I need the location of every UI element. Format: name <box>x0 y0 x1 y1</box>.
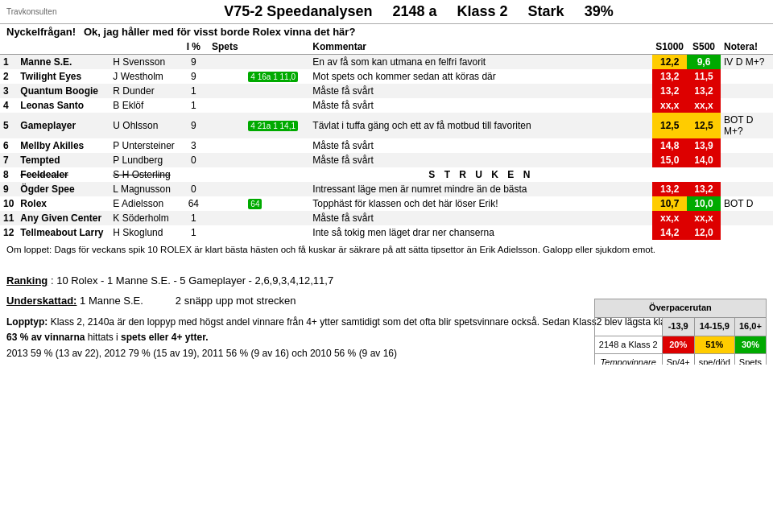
horse-name: Feeldealer <box>17 167 110 182</box>
horse-name: Quantum Boogie <box>17 84 110 98</box>
horse-ipct: 64 <box>182 196 205 211</box>
ranking-section: Ranking : 10 Rolex - 1 Manne S.E. - 5 Ga… <box>0 260 773 291</box>
horse-notera <box>721 167 773 182</box>
horse-ipct <box>182 167 205 182</box>
horse-s500: xx,x <box>687 98 721 113</box>
horse-jockey: U Ohlsson <box>110 113 182 138</box>
stats-col3: 16,0+ <box>734 318 766 336</box>
horse-badge <box>245 138 309 153</box>
horse-jockey: L Magnusson <box>110 182 182 196</box>
lopptyp-years: 2013 59 % (13 av 22), 2012 79 % (15 av 1… <box>6 348 397 359</box>
horse-badge <box>245 211 309 225</box>
col-header-jockey <box>110 39 182 55</box>
horse-comment: Intressant läge men är numret mindre än … <box>309 182 652 196</box>
horse-s500: xx,x <box>687 211 721 225</box>
stats-race: 2148 a Klass 2 <box>594 336 662 354</box>
ranking-label: Ranking <box>6 274 48 287</box>
horse-badge <box>245 167 309 182</box>
horse-badge: 64 <box>245 196 309 211</box>
horse-ipct: 0 <box>182 153 205 167</box>
stats-sp3: Spets <box>734 354 766 365</box>
horse-notera <box>721 98 773 113</box>
horse-s1000 <box>652 167 687 182</box>
table-row: 8 Feeldealer S H Osterling S T R U K E N <box>0 167 773 182</box>
horse-comment: Måste få svårt <box>309 211 652 225</box>
stats-pct1: 20% <box>662 336 694 354</box>
horse-spets <box>205 69 245 84</box>
horse-s500 <box>687 167 721 182</box>
stats-sp1: Sp/4+ <box>662 354 694 365</box>
horse-badge <box>245 55 309 70</box>
horse-name: Mellby Akilles <box>17 138 110 153</box>
horse-ipct: 0 <box>182 182 205 196</box>
horse-num: 4 <box>0 98 17 113</box>
horse-name: Ögder Spee <box>17 182 110 196</box>
horse-name: Rolex <box>17 196 110 211</box>
horse-spets <box>205 211 245 225</box>
header-top: Travkonsulten V75-2 Speedanalysen 2148 a… <box>0 0 773 24</box>
horse-notera <box>721 138 773 153</box>
horse-name: Tellmeabout Larry <box>17 225 110 240</box>
stats-pct2: 51% <box>694 336 734 354</box>
horse-notera: BOT D <box>721 196 773 211</box>
horse-spets <box>205 98 245 113</box>
horse-notera: IV D M+? <box>721 55 773 70</box>
horse-notera <box>721 225 773 240</box>
horse-comment: En av få som kan utmana en felfri favori… <box>309 55 652 70</box>
horse-ipct: 1 <box>182 211 205 225</box>
horse-name: Twilight Eyes <box>17 69 110 84</box>
horse-jockey: K Söderholm <box>110 211 182 225</box>
horse-s500: 12,5 <box>687 113 721 138</box>
om-loppet: Om loppet: Dags för veckans spik 10 ROLE… <box>0 240 773 260</box>
table-row: 3 Quantum Boogie R Dunder 1 Måste få svå… <box>0 84 773 98</box>
horse-jockey: H Svensson <box>110 55 182 70</box>
lopptyp-bold: 63 % av vinnarna <box>6 332 85 343</box>
stats-col2: 14-15,9 <box>694 318 734 336</box>
ranking-value: 10 Rolex - 1 Manne S.E. - 5 Gameplayer -… <box>56 274 333 287</box>
horse-spets <box>205 113 245 138</box>
horse-comment: Måste få svårt <box>309 98 652 113</box>
header-question: Nyckelfrågan! Ok, jag håller med för vis… <box>0 24 773 39</box>
horse-comment: Måste få svårt <box>309 84 652 98</box>
horse-name: Leonas Santo <box>17 98 110 113</box>
horse-spets <box>205 84 245 98</box>
underskattad-value: 1 Manne S.E. <box>80 295 143 307</box>
col-header-spets: Spets <box>205 39 245 55</box>
table-row: 7 Tempted P Lundberg 0 Måste få svårt 15… <box>0 153 773 167</box>
stats-tempo: Tempovinnare <box>594 354 662 365</box>
table-row: 5 Gameplayer U Ohlsson 9 4 21a 1 14,1 Tä… <box>0 113 773 138</box>
horse-comment: Topphäst för klassen och det här löser E… <box>309 196 652 211</box>
main-title: V75-2 Speedanalysen 2148 a Klass 2 Stark… <box>71 3 767 20</box>
horse-jockey: S H Osterling <box>110 167 182 182</box>
col-header-num <box>0 39 17 55</box>
horse-num: 11 <box>0 211 17 225</box>
horse-ipct: 9 <box>182 113 205 138</box>
snapp-value: 2 snäpp upp mot strecken <box>176 295 296 307</box>
horse-jockey: R Dunder <box>110 84 182 98</box>
col-header-notera: Notera! <box>721 39 773 55</box>
col-header-comment: Kommentar <box>309 39 652 55</box>
horse-num: 6 <box>0 138 17 153</box>
horse-s1000: 13,2 <box>652 84 687 98</box>
table-row: 9 Ögder Spee L Magnusson 0 Intressant lä… <box>0 182 773 196</box>
table-row: 4 Leonas Santo B Eklöf 1 Måste få svårt … <box>0 98 773 113</box>
table-row: 1 Manne S.E. H Svensson 9 En av få som k… <box>0 55 773 70</box>
horse-num: 7 <box>0 153 17 167</box>
stats-col1: -13,9 <box>662 318 694 336</box>
horse-notera <box>721 69 773 84</box>
horse-badge <box>245 84 309 98</box>
col-header-s500: S500 <box>687 39 721 55</box>
horse-num: 5 <box>0 113 17 138</box>
horse-jockey: B Eklöf <box>110 98 182 113</box>
horse-comment: Mot spets och kommer sedan att köras där <box>309 69 652 84</box>
horse-notera <box>721 182 773 196</box>
horse-name: Manne S.E. <box>17 55 110 70</box>
horse-num: 10 <box>0 196 17 211</box>
stats-pct3: 30% <box>734 336 766 354</box>
horse-notera <box>721 84 773 98</box>
horse-spets <box>205 167 245 182</box>
horse-jockey: J Westholm <box>110 69 182 84</box>
horse-s1000: xx,x <box>652 98 687 113</box>
horse-num: 9 <box>0 182 17 196</box>
col-header-s1000: S1000 <box>652 39 687 55</box>
